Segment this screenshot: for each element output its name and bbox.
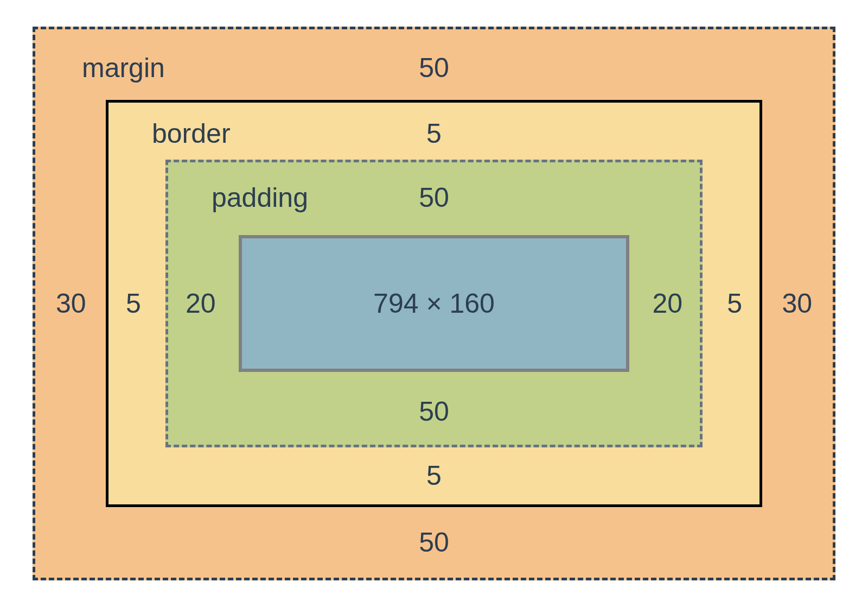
margin-region: margin 50 50 30 30 border 5 5 5 5 paddin… [33,27,835,580]
border-region: border 5 5 5 5 padding 50 50 20 20 794 ×… [106,100,762,507]
border-right-value: 5 [727,290,742,317]
padding-right-value: 20 [652,290,682,317]
border-left-value: 5 [126,290,141,317]
margin-bottom-value: 50 [419,529,449,556]
box-model-diagram: margin 50 50 30 30 border 5 5 5 5 paddin… [33,27,835,580]
padding-region: padding 50 50 20 20 794 × 160 [165,160,703,447]
margin-right-value: 30 [782,290,812,317]
border-bottom-value: 5 [426,462,442,489]
margin-top-value: 50 [419,54,449,81]
border-label: border [152,120,231,147]
content-size-value: 794 × 160 [373,288,495,319]
border-top-value: 5 [426,120,442,147]
content-region: 794 × 160 [239,235,629,372]
padding-left-value: 20 [186,290,216,317]
margin-left-value: 30 [56,290,86,317]
padding-label: padding [212,184,308,211]
margin-label: margin [82,54,165,81]
padding-top-value: 50 [419,184,449,211]
padding-bottom-value: 50 [419,398,449,425]
